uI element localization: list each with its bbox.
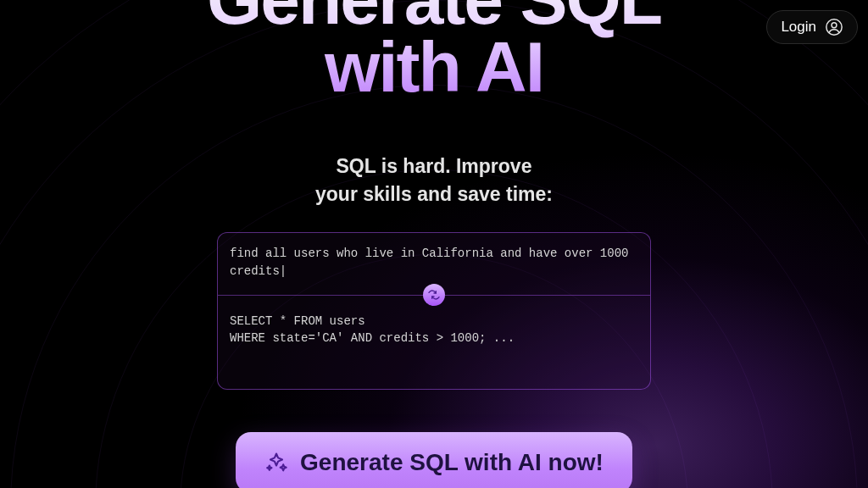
swap-icon bbox=[427, 288, 441, 302]
preview-divider bbox=[218, 295, 650, 296]
subtitle-line-2: your skills and save time: bbox=[315, 183, 553, 205]
prompt-text: find all users who live in California an… bbox=[230, 247, 628, 277]
sql-preview: find all users who live in California an… bbox=[217, 232, 651, 390]
subtitle: SQL is hard. Improve your skills and sav… bbox=[315, 152, 553, 209]
title-line-2: with AI bbox=[325, 27, 543, 107]
sql-output-area: SELECT * FROM users WHERE state='CA' AND… bbox=[218, 296, 650, 389]
page-title: Generate SQL with AI bbox=[207, 0, 661, 102]
cta-label: Generate SQL with AI now! bbox=[300, 449, 604, 476]
generate-sql-button[interactable]: Generate SQL with AI now! bbox=[236, 432, 632, 488]
sql-line-1: SELECT * FROM users bbox=[230, 313, 638, 330]
hero: Generate SQL with AI SQL is hard. Improv… bbox=[0, 0, 868, 488]
login-button[interactable]: Login bbox=[766, 10, 858, 44]
sql-line-2: WHERE state='CA' AND credits > 1000; ... bbox=[230, 330, 638, 347]
login-label: Login bbox=[781, 19, 816, 36]
swap-button[interactable] bbox=[423, 284, 445, 306]
subtitle-line-1: SQL is hard. Improve bbox=[337, 155, 532, 177]
svg-point-1 bbox=[832, 23, 837, 28]
user-circle-icon bbox=[825, 18, 843, 36]
sparkles-icon bbox=[264, 451, 288, 474]
